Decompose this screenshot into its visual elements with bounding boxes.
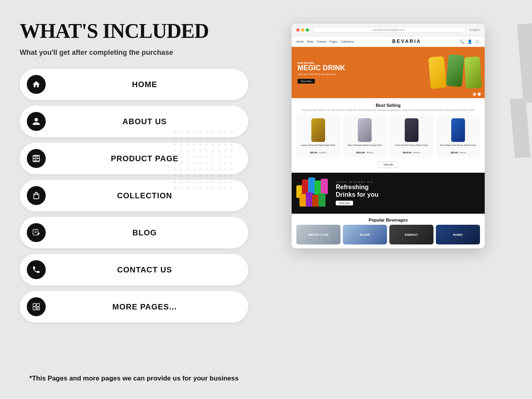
shop-header: Home Shop Themes Pages Collections BEVAR… bbox=[292, 36, 485, 47]
bag-svg bbox=[32, 191, 41, 200]
popular-card-0: WHITE CLAW bbox=[296, 225, 340, 244]
main-wrapper: WHAT'S INCLUDED What you'll get after co… bbox=[0, 0, 532, 399]
product-name-1: Elixir Hydrogen Water Energy Drink bbox=[345, 144, 385, 147]
nav-label-contact: CONTACT US bbox=[53, 265, 236, 274]
home-icon bbox=[27, 75, 46, 94]
shop-logo: BEVARIA bbox=[392, 39, 421, 44]
browser-lang: English bbox=[470, 28, 480, 32]
banner-cans-stack bbox=[296, 177, 332, 209]
nav-label-blog: BLOG bbox=[53, 228, 236, 237]
svg-rect-9 bbox=[33, 304, 36, 306]
plus-icon bbox=[27, 297, 46, 316]
stacked-can-9 bbox=[318, 193, 326, 207]
nav-label-collection: COLLECTION bbox=[53, 191, 236, 200]
popular-label-3: ROBO bbox=[453, 233, 463, 237]
nav-label-home: HOME bbox=[53, 80, 236, 89]
popular-label-2: ENERGY bbox=[405, 233, 418, 237]
product-name-2: Paris Revitol© Detox Megic Drink bbox=[392, 144, 432, 147]
product-price-1: $225.99 $889.00 bbox=[345, 148, 385, 155]
products-grid: Lauder Advanced Night Megic Drink $20.00… bbox=[296, 115, 480, 157]
product-name-3: Elixir Megic Hard Money Mead Drinks bbox=[439, 144, 478, 147]
nav-item-home[interactable]: HOME bbox=[20, 69, 248, 100]
hero-title: MEGIC DRINK bbox=[298, 64, 345, 72]
svg-rect-6 bbox=[33, 229, 38, 235]
browser-dots bbox=[296, 28, 309, 32]
nav-item-contact[interactable]: CONTACT US bbox=[20, 254, 248, 285]
search-icon: 🔍 bbox=[459, 39, 464, 44]
view-all-button[interactable]: View All bbox=[378, 161, 399, 168]
user-icon bbox=[27, 112, 46, 131]
user-svg bbox=[32, 117, 41, 126]
footer-note: *This Pages and more pages we can provid… bbox=[20, 373, 248, 384]
product-card-2: Paris Revitol© Detox Megic Drink $200.00… bbox=[390, 115, 433, 157]
browser-nav: bevaria.myshopify.com English bbox=[312, 27, 480, 33]
product-can-3 bbox=[451, 118, 465, 142]
cart-icon: 🛒 bbox=[475, 39, 480, 44]
nav-item-product[interactable]: PRODUCT PAGE bbox=[20, 143, 248, 174]
product-card-1: Elixir Hydrogen Water Energy Drink $225.… bbox=[343, 115, 387, 157]
page-title: WHAT'S INCLUDED bbox=[20, 20, 248, 42]
account-icon: 👤 bbox=[467, 39, 472, 44]
nav-label-product: PRODUCT PAGE bbox=[53, 154, 236, 163]
popular-title: Popular Beverages bbox=[296, 218, 480, 222]
svg-rect-11 bbox=[33, 307, 36, 310]
nav-themes: Themes bbox=[316, 40, 326, 43]
right-panel: bevaria.myshopify.com English Home Shop … bbox=[260, 20, 516, 383]
nav-label-about: ABOUT US bbox=[53, 117, 236, 126]
hero-section: New Arrivals MEGIC DRINK Sale up to 70% … bbox=[292, 47, 485, 98]
product-card-0: Lauder Advanced Night Megic Drink $20.00… bbox=[296, 115, 340, 157]
product-price-2: $200.00 $900.00 bbox=[392, 148, 432, 155]
hero-dot-1 bbox=[473, 93, 476, 96]
shop-icons: 🔍 👤 🛒 bbox=[459, 39, 480, 44]
nav-home: Home bbox=[296, 40, 304, 43]
svg-rect-10 bbox=[37, 304, 39, 306]
page-subtitle: What you'll get after completing the pur… bbox=[20, 48, 248, 57]
home-svg bbox=[32, 80, 41, 89]
hero-button: Shop Now bbox=[298, 79, 315, 84]
product-price-3: $25.00 $99.00 bbox=[439, 148, 478, 155]
product-can-2 bbox=[405, 118, 419, 142]
product-card-3: Elixir Megic Hard Money Mead Drinks $25.… bbox=[437, 115, 480, 157]
left-panel: WHAT'S INCLUDED What you'll get after co… bbox=[20, 20, 248, 383]
best-selling-title: Best Selling bbox=[296, 103, 480, 108]
nav-collections: Collections bbox=[340, 40, 354, 43]
popular-card-3: ROBO bbox=[436, 225, 480, 244]
popular-card-1: ELIXIR bbox=[343, 225, 387, 244]
nav-item-more[interactable]: MORE PAGES... bbox=[20, 291, 248, 323]
hero-nav-dots bbox=[473, 93, 481, 96]
product-can-0 bbox=[311, 118, 325, 142]
product-can-1 bbox=[358, 118, 372, 142]
popular-label-1: ELIXIR bbox=[360, 233, 370, 237]
hero-text-area: New Arrivals MEGIC DRINK Sale up to 70% … bbox=[298, 62, 345, 84]
dark-banner: TASTE IN EVERY SIP RefreshingDrinks for … bbox=[292, 173, 485, 214]
popular-section: Popular Beverages WHITE CLAW ELIXIR ENER… bbox=[292, 214, 485, 248]
plus-svg bbox=[32, 302, 41, 311]
edit-svg bbox=[32, 228, 41, 237]
nav-label-more: MORE PAGES... bbox=[53, 302, 236, 311]
nav-item-collection[interactable]: COLLECTION bbox=[20, 180, 248, 211]
hero-cans bbox=[374, 47, 485, 98]
shop-nav: Home Shop Themes Pages Collections bbox=[296, 40, 354, 43]
nav-shop: Shop bbox=[307, 40, 313, 43]
max-dot bbox=[306, 28, 309, 32]
close-dot bbox=[296, 28, 299, 32]
can-yellow bbox=[428, 56, 447, 89]
nav-items-list: HOME ABOUT US bbox=[20, 69, 248, 365]
nav-item-about[interactable]: ABOUT US bbox=[20, 106, 248, 137]
list-svg bbox=[32, 154, 41, 163]
best-selling-sub: The drinks that started it all. Our juic… bbox=[296, 109, 480, 111]
can-green bbox=[446, 54, 465, 87]
min-dot bbox=[301, 28, 304, 32]
best-selling-section: Best Selling The drinks that started it … bbox=[292, 98, 485, 173]
banner-button: Shop Now bbox=[336, 201, 353, 205]
hero-dot-2 bbox=[478, 93, 481, 96]
banner-text-area: TASTE IN EVERY SIP RefreshingDrinks for … bbox=[336, 181, 480, 205]
hero-subtitle: Sale up to 70% off on selected items! bbox=[298, 73, 345, 75]
popular-label-0: WHITE CLAW bbox=[308, 233, 329, 237]
banner-title: RefreshingDrinks for you bbox=[336, 183, 480, 198]
list-icon bbox=[27, 149, 46, 168]
nav-item-blog[interactable]: BLOG bbox=[20, 217, 248, 248]
phone-icon bbox=[27, 260, 46, 279]
browser-url: bevaria.myshopify.com bbox=[312, 27, 466, 33]
edit-icon bbox=[27, 223, 46, 242]
